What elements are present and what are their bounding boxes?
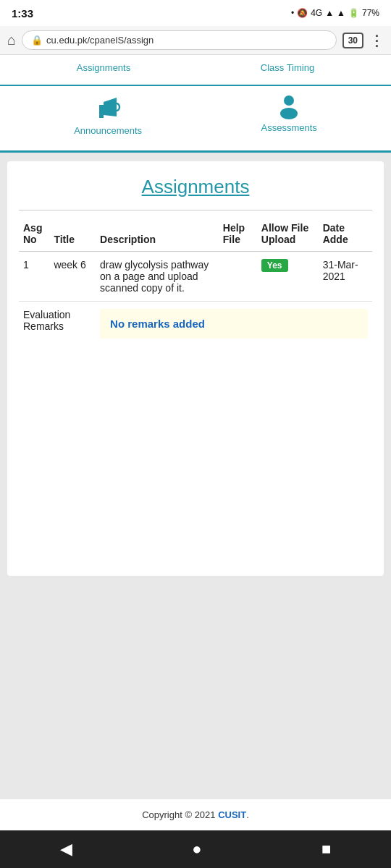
mute-icon: 🔕 — [297, 8, 308, 18]
battery-icon: 🔋 — [348, 8, 359, 18]
svg-marker-1 — [104, 98, 117, 116]
url-text: cu.edu.pk/cpanelS/assign — [46, 35, 154, 46]
icon-nav-section: Announcements Assessments — [0, 86, 391, 153]
home-button[interactable]: ● — [192, 840, 201, 859]
table-header-row: Asg No Title Description Help File Allow… — [19, 219, 372, 252]
footer-text: Copyright © 2021 — [142, 809, 218, 820]
page-spacer — [0, 584, 391, 800]
evaluation-value-box: No remarks added — [100, 309, 368, 339]
bottom-nav-bar: ◀ ● ■ — [0, 830, 391, 868]
nav-item-announcements[interactable]: Announcements — [74, 93, 142, 136]
nav-label-assignments[interactable]: Assignments — [77, 62, 130, 73]
svg-marker-0 — [99, 105, 104, 112]
header-allow-file-upload: Allow File Upload — [257, 219, 319, 252]
evaluation-label: Evaluation Remarks — [19, 302, 96, 346]
page-title: Assignments — [19, 176, 372, 198]
back-button[interactable]: ◀ — [60, 840, 72, 859]
header-title: Title — [49, 219, 96, 252]
url-bar[interactable]: 🔒 cu.edu.pk/cpanelS/assign — [22, 30, 337, 50]
header-asg-no: Asg No — [19, 219, 49, 252]
nav-item-assessments[interactable]: Assessments — [261, 93, 316, 136]
cell-title: week 6 — [49, 252, 96, 302]
browser-bar: ⌂ 🔒 cu.edu.pk/cpanelS/assign 30 ⋮ — [0, 26, 391, 55]
signal-bars2: ▲ — [337, 8, 345, 18]
main-card: Assignments Asg No Title Description Hel… — [7, 161, 384, 576]
battery-percent: 77% — [362, 8, 379, 18]
top-nav-partial: Assignments Class Timing — [0, 55, 391, 86]
announcements-label: Announcements — [74, 125, 142, 136]
signal-icon: 4G — [311, 8, 322, 18]
assessments-label: Assessments — [261, 122, 316, 133]
status-bar: 1:33 • 🔕 4G ▲ ▲ 🔋 77% — [0, 0, 391, 26]
dot-indicator: • — [291, 8, 294, 18]
header-help-file: Help File — [219, 219, 257, 252]
browser-menu-icon[interactable]: ⋮ — [369, 32, 384, 49]
footer-brand: CUSIT — [218, 809, 246, 820]
table-row: 1 week 6 draw glycolysis pathway on a pa… — [19, 252, 372, 302]
cell-help-file — [219, 252, 257, 302]
status-time: 1:33 — [12, 7, 33, 20]
megaphone-icon — [93, 93, 122, 122]
yes-badge: Yes — [261, 259, 288, 272]
svg-rect-2 — [99, 112, 104, 118]
cell-allow-file-upload: Yes — [257, 252, 319, 302]
footer: Copyright © 2021 CUSIT. — [0, 799, 391, 830]
evaluation-value-cell: No remarks added — [96, 302, 372, 346]
evaluation-row: Evaluation Remarks No remarks added — [19, 302, 372, 346]
recents-button[interactable]: ■ — [321, 840, 331, 859]
evaluation-value-text: No remarks added — [110, 318, 205, 330]
lock-icon: 🔒 — [31, 35, 43, 46]
header-date-added: Date Adde — [319, 219, 372, 252]
person-icon — [276, 93, 302, 119]
cell-asg-no: 1 — [19, 252, 49, 302]
title-divider — [19, 210, 372, 210]
cell-description: draw glycolysis pathway on a page and up… — [96, 252, 219, 302]
nav-label-classtiming[interactable]: Class Timing — [261, 62, 314, 73]
header-description: Description — [96, 219, 219, 252]
assignments-table: Asg No Title Description Help File Allow… — [19, 219, 372, 346]
svg-point-4 — [284, 95, 294, 106]
tab-count-badge[interactable]: 30 — [342, 33, 363, 48]
footer-dot: . — [246, 809, 249, 820]
signal-bars: ▲ — [325, 8, 334, 18]
status-icons: • 🔕 4G ▲ ▲ 🔋 77% — [291, 8, 379, 18]
browser-home-icon[interactable]: ⌂ — [7, 32, 16, 48]
svg-point-5 — [280, 108, 298, 119]
cell-date-added: 31-Mar-2021 — [319, 252, 372, 302]
